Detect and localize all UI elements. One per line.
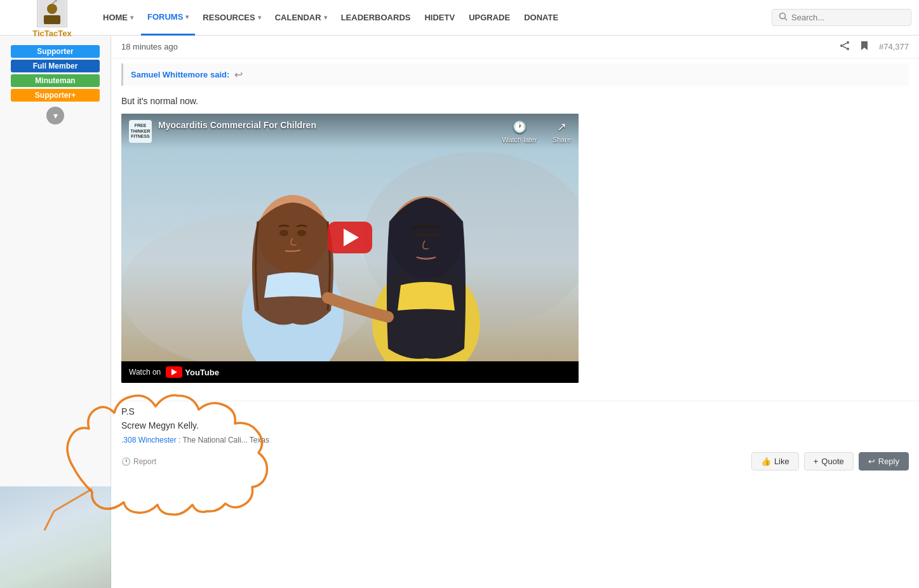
youtube-logo[interactable]: YouTube — [166, 366, 219, 378]
sidebar-decorative-image — [0, 486, 111, 588]
share-video-icon: ↗ — [557, 120, 567, 134]
search-icon — [779, 12, 788, 23]
svg-line-10 — [843, 43, 847, 45]
clock-icon: 🕐 — [513, 120, 527, 134]
nav-item-hidetv[interactable]: HIDETV — [418, 0, 461, 36]
chevron-down-icon: ▾ — [185, 13, 189, 20]
site-name: TicTacTex — [32, 29, 71, 38]
chevron-down-icon: ▾ — [130, 14, 133, 21]
search-box[interactable] — [772, 9, 911, 26]
logo-image — [37, 0, 67, 27]
video-thumbnail: FREETHINKERFITNESS Myocarditis Commercia… — [121, 114, 579, 361]
svg-rect-2 — [44, 15, 60, 24]
nav-item-home[interactable]: HOME ▾ — [97, 0, 140, 36]
svg-point-17 — [279, 230, 288, 236]
bookmark-icon[interactable] — [860, 41, 869, 53]
reply-button[interactable]: ↩ Reply — [859, 452, 909, 471]
svg-point-5 — [780, 13, 786, 19]
expand-badges-button[interactable]: ▾ — [0, 107, 111, 124]
nav-item-forums[interactable]: FORUMS ▾ — [141, 0, 195, 36]
site-logo[interactable]: TicTacTex — [8, 0, 97, 38]
nav-item-leaderboards[interactable]: LEADERBOARDS — [335, 0, 417, 36]
nav-items-container: HOME ▾ FORUMS ▾ RESOURCES ▾ CALENDAR ▾ L… — [97, 0, 772, 36]
youtube-text: YouTube — [185, 368, 219, 377]
search-input[interactable] — [791, 13, 904, 22]
page-layout: Supporter Full Member Minuteman Supporte… — [0, 36, 919, 588]
svg-point-8 — [840, 44, 843, 47]
video-title: Myocarditis Commercial For Children — [158, 120, 316, 130]
svg-point-1 — [47, 4, 57, 14]
post-timestamp: 18 minutes ago — [121, 42, 178, 51]
post-footer: P.S Screw Megyn Kelly. .308 Winchester :… — [111, 401, 919, 476]
post-text-normal: But it's normal now. — [121, 96, 909, 106]
location-text: : The National Cali... Texas — [178, 436, 269, 444]
video-embed[interactable]: FREETHINKERFITNESS Myocarditis Commercia… — [121, 114, 579, 383]
chevron-circle[interactable]: ▾ — [46, 107, 64, 124]
post-header: 18 minutes ago #74,377 — [111, 36, 919, 58]
youtube-play-icon — [171, 369, 177, 375]
post-action-bar: 🕐 Report 👍 Like + Quote ↩ Reply — [121, 452, 909, 471]
plus-quote-icon: + — [814, 457, 819, 466]
reply-icon: ↩ — [868, 457, 875, 466]
clock-report-icon: 🕐 — [121, 457, 131, 466]
video-bottom-bar: Watch on YouTube — [121, 361, 579, 383]
action-buttons-group: 👍 Like + Quote ↩ Reply — [751, 452, 909, 471]
report-button[interactable]: 🕐 Report — [121, 457, 156, 466]
post-ps-2: Screw Megyn Kelly. — [121, 420, 909, 431]
minuteman-badge: Minuteman — [11, 74, 100, 87]
youtube-icon — [166, 366, 182, 378]
nav-item-upgrade[interactable]: UPGRADE — [462, 0, 516, 36]
nav-item-calendar[interactable]: CALENDAR ▾ — [269, 0, 333, 36]
share-video-button[interactable]: ↗ Share — [553, 120, 571, 144]
badge-supporter-item: Supporter — [5, 45, 105, 58]
full-member-badge: Full Member — [11, 60, 100, 72]
top-navigation: TicTacTex HOME ▾ FORUMS ▾ RESOURCES ▾ CA… — [0, 0, 919, 36]
post-number: #74,377 — [879, 42, 909, 51]
location-link[interactable]: .308 Winchester — [121, 436, 177, 444]
channel-logo: FREETHINKERFITNESS — [129, 120, 152, 143]
nav-item-resources[interactable]: RESOURCES ▾ — [196, 0, 267, 36]
svg-line-11 — [843, 46, 847, 48]
svg-point-9 — [847, 48, 849, 50]
post-header-actions: #74,377 — [840, 41, 909, 53]
quote-author: Samuel Whittemore said: — [131, 70, 229, 79]
badge-supporterplus-item: Supporter+ — [5, 89, 105, 102]
post-body: But it's normal now. — [111, 91, 919, 401]
post-location: .308 Winchester : The National Cali... T… — [121, 436, 909, 444]
share-icon[interactable] — [840, 41, 850, 53]
post-ps-1: P.S — [121, 406, 909, 417]
play-triangle-icon — [344, 229, 359, 246]
svg-line-6 — [785, 18, 788, 21]
supporterplus-badge: Supporter+ — [11, 89, 100, 102]
main-content: 18 minutes ago #74,377 S — [111, 36, 919, 588]
watch-later-button[interactable]: 🕐 Watch later — [502, 120, 537, 144]
svg-point-7 — [847, 41, 849, 44]
chevron-down-icon: ▾ — [258, 14, 261, 21]
badge-full-member-item: Full Member — [5, 60, 105, 72]
sidebar: Supporter Full Member Minuteman Supporte… — [0, 36, 111, 588]
quote-box: Samuel Whittemore said: ↩ — [121, 63, 909, 86]
video-top-right-actions: 🕐 Watch later ↗ Share — [502, 120, 571, 144]
thumbs-up-icon: 👍 — [761, 457, 771, 466]
quote-button[interactable]: + Quote — [804, 452, 854, 471]
badge-minuteman-item: Minuteman — [5, 74, 105, 87]
watch-on-label: Watch on — [129, 368, 161, 377]
play-button[interactable] — [328, 222, 372, 253]
nav-item-donate[interactable]: DONATE — [518, 0, 565, 36]
like-button[interactable]: 👍 Like — [751, 452, 799, 471]
svg-point-18 — [297, 230, 306, 236]
supporter-badge: Supporter — [11, 45, 100, 58]
chevron-down-icon: ▾ — [324, 14, 327, 21]
reply-arrow-icon[interactable]: ↩ — [234, 69, 243, 81]
